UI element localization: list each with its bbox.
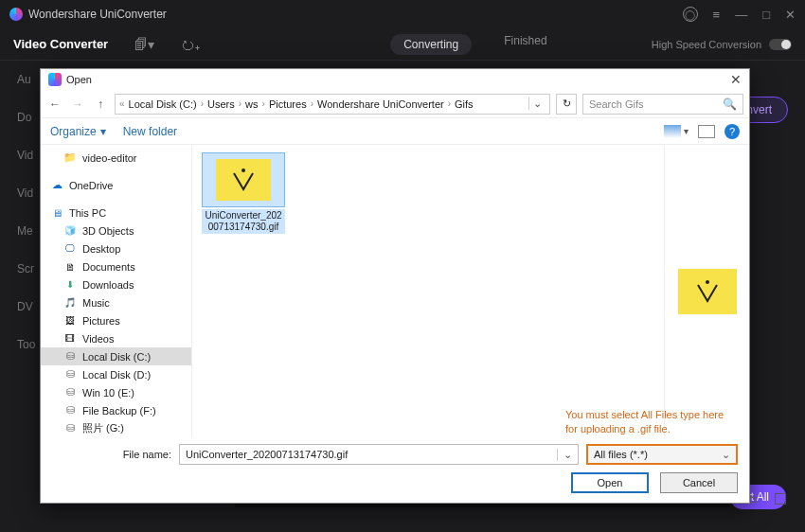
filename-input[interactable]: UniConverter_20200713174730.gif ⌄ <box>179 444 579 465</box>
tree-item[interactable]: Pictures <box>41 311 191 329</box>
crumb[interactable]: Pictures <box>265 98 311 110</box>
tree-item[interactable]: Downloads <box>41 275 191 293</box>
minimize-icon[interactable]: — <box>735 8 747 22</box>
preview-thumbnail <box>678 269 737 314</box>
tree-item[interactable]: File Backup (F:) <box>41 401 191 419</box>
filename-label: File name: <box>52 449 171 460</box>
high-speed-label: High Speed Conversion <box>652 39 761 50</box>
filter-dropdown-icon[interactable]: ⌄ <box>722 449 730 461</box>
tree-spacer <box>41 194 191 204</box>
search-input[interactable]: Search Gifs 🔍 <box>582 94 743 115</box>
pc-icon <box>50 207 63 219</box>
tree-item-label: 照片 (G:) <box>82 421 124 435</box>
tree-item[interactable]: 照片 (G:) <box>41 419 191 437</box>
search-icon: 🔍 <box>723 98 737 111</box>
tree-item[interactable]: video-editor <box>41 149 191 167</box>
tree-item-label: video-editor <box>82 152 136 164</box>
add-url-icon[interactable]: ⭮₊ <box>181 37 201 52</box>
view-mode-button[interactable]: ▾ <box>664 125 689 138</box>
crumb[interactable]: Local Disk (C:) <box>125 98 201 110</box>
close-app-icon[interactable]: ✕ <box>785 8 796 22</box>
new-folder-button[interactable]: New folder <box>123 125 177 138</box>
file-list[interactable]: UniConverter_20200713174730.gif <box>192 145 664 438</box>
breadcrumb-dropdown-icon[interactable]: ⌄ <box>528 98 546 110</box>
folder-icon <box>63 152 77 164</box>
breadcrumb[interactable]: « Local Disk (C:)› Users› ws› Pictures› … <box>115 94 550 115</box>
tree-item[interactable]: 3D Objects <box>41 222 191 239</box>
high-speed-toggle[interactable] <box>769 39 792 50</box>
add-file-icon[interactable]: 🗐▾ <box>134 37 154 52</box>
tree-item[interactable]: Desktop <box>41 239 191 257</box>
hamburger-icon[interactable]: ≡ <box>713 8 721 22</box>
filename-dropdown-icon[interactable]: ⌄ <box>557 449 572 461</box>
app-logo <box>9 8 23 21</box>
disk-icon <box>63 423 77 434</box>
file-type-filter[interactable]: All files (*.*) ⌄ <box>586 444 738 465</box>
tree-item[interactable]: OneDrive <box>41 176 191 194</box>
crumb[interactable]: ws <box>242 98 261 110</box>
tab-finished[interactable]: Finished <box>504 34 546 55</box>
tree-item-label: Downloads <box>82 279 134 291</box>
obj-icon <box>63 225 77 237</box>
annotation-callout: You must select All Files type here for … <box>565 408 726 436</box>
tree-item-label: Local Disk (C:) <box>82 351 151 363</box>
tree-item[interactable]: Videos <box>41 329 191 347</box>
dialog-title: Open <box>66 74 92 85</box>
tree-item-label: Music <box>82 297 110 309</box>
crumb[interactable]: Users <box>204 98 239 110</box>
disk-icon <box>63 387 77 399</box>
file-open-dialog: Open ✕ ← → ↑ « Local Disk (C:)› Users› w… <box>40 68 750 504</box>
preview-pane-button[interactable] <box>698 125 715 138</box>
tree-item[interactable]: Music <box>41 293 191 311</box>
tree-item-label: Local Disk (D:) <box>82 369 151 381</box>
tree-item-label: 3D Objects <box>82 225 134 237</box>
tree-item-label: File Backup (F:) <box>82 405 156 417</box>
app-title: Wondershare UniConverter <box>28 8 167 21</box>
folder-tree[interactable]: video-editorOneDriveThis PC3D ObjectsDes… <box>41 145 192 438</box>
help-icon[interactable]: ? <box>724 124 740 139</box>
nav-up-icon[interactable]: ↑ <box>92 98 109 111</box>
maximize-icon[interactable]: □ <box>762 8 770 22</box>
tree-item-label: Documents <box>82 261 135 273</box>
tree-item[interactable]: Win 10 (E:) <box>41 383 191 401</box>
tree-item[interactable]: This PC <box>41 204 191 222</box>
organize-button[interactable]: Organize▾ <box>50 125 106 138</box>
cancel-button[interactable]: Cancel <box>660 472 738 493</box>
crumb[interactable]: Gifs <box>451 98 477 110</box>
nav-back-icon[interactable]: ← <box>46 98 63 111</box>
tree-item-label: OneDrive <box>69 180 113 191</box>
account-icon[interactable]: ◯ <box>683 7 698 22</box>
file-thumbnail <box>216 159 271 201</box>
svg-point-1 <box>706 280 709 284</box>
filename-value: UniConverter_20200713174730.gif <box>186 449 348 460</box>
close-icon[interactable]: ✕ <box>730 72 742 87</box>
pic-icon <box>63 315 77 327</box>
nav-forward-icon[interactable]: → <box>69 98 86 111</box>
tree-item-label: Videos <box>82 333 114 345</box>
disk-icon <box>63 369 77 381</box>
down-icon <box>63 279 77 291</box>
tree-item-label: This PC <box>69 207 106 219</box>
doc-icon <box>63 261 77 273</box>
tab-converting[interactable]: Converting <box>390 34 472 55</box>
open-button[interactable]: Open <box>571 472 649 493</box>
tree-spacer <box>41 167 191 176</box>
crumb[interactable]: Wondershare UniConverter <box>313 98 448 110</box>
filter-value: All files (*.*) <box>594 449 648 460</box>
dialog-logo <box>48 73 62 86</box>
disk-icon <box>63 405 77 417</box>
file-item-selected[interactable]: UniConverter_20200713174730.gif <box>202 152 285 234</box>
tree-item-label: Pictures <box>82 315 120 327</box>
tree-item[interactable]: Documents <box>41 257 191 275</box>
disk-icon <box>63 351 77 363</box>
refresh-icon[interactable]: ↻ <box>556 94 577 115</box>
svg-point-0 <box>242 168 245 172</box>
vid-icon <box>63 333 77 345</box>
tree-item[interactable]: Local Disk (D:) <box>41 365 191 383</box>
merge-checkbox[interactable] <box>775 493 786 505</box>
tree-item[interactable]: Local Disk (C:) <box>41 347 191 365</box>
tree-item-label: Desktop <box>82 243 120 255</box>
desk-icon <box>63 243 77 255</box>
section-video-converter[interactable]: Video Converter <box>13 37 108 51</box>
music-icon <box>63 297 77 309</box>
